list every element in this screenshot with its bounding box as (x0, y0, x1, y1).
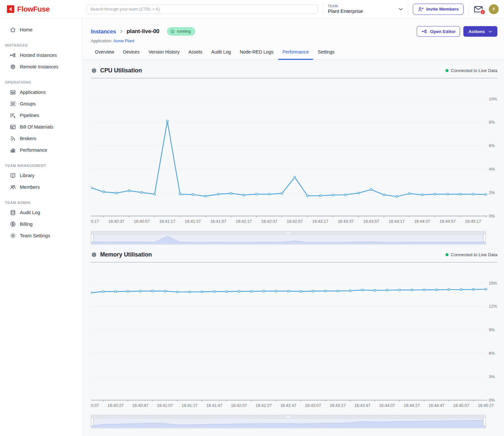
svg-text:16:42:57: 16:42:57 (287, 219, 303, 224)
tab-node-red-logs[interactable]: Node-RED Logs (236, 49, 278, 60)
cpu-chip-icon (91, 67, 97, 74)
application-link[interactable]: Acme Plant (113, 39, 134, 43)
chevron-down-icon (488, 29, 492, 34)
cpu-chart-zoom-slider[interactable] (91, 231, 486, 246)
live-dot-icon (446, 253, 448, 256)
svg-text:16:45:07: 16:45:07 (453, 403, 469, 408)
search-input[interactable] (87, 5, 318, 14)
actions-button[interactable]: Actions (463, 26, 497, 37)
tab-performance[interactable]: Performance (278, 49, 313, 60)
brand-name: FlowFuse (17, 5, 50, 14)
svg-text:16:41:47: 16:41:47 (206, 403, 222, 408)
svg-text:2%: 2% (489, 190, 495, 195)
sidebar-item-label: Billing (20, 221, 33, 227)
svg-text:16:43:47: 16:43:47 (354, 403, 370, 408)
svg-text:16:42:47: 16:42:47 (280, 403, 296, 408)
team-name: Plant Enterprise (328, 8, 363, 14)
invite-members-button[interactable]: Invite Members (413, 4, 464, 15)
svg-text:16:41:57: 16:41:57 (210, 219, 226, 224)
performance-icon (9, 147, 16, 153)
sidebar-item-label: Pipelines (20, 113, 39, 118)
sidebar-item-brokers[interactable]: Brokers (0, 133, 82, 144)
svg-text:6%: 6% (489, 351, 495, 356)
sidebar-item-bill-of-materials[interactable]: Bill Of Materials (0, 121, 82, 133)
chevron-down-icon (398, 7, 403, 12)
sidebar-item-library[interactable]: Library (0, 170, 82, 181)
play-circle-icon (170, 29, 175, 34)
sidebar-heading-team-admin: TEAM ADMIN (5, 201, 82, 205)
sidebar-item-label: Members (20, 184, 40, 190)
live-dot-icon (446, 69, 448, 72)
sidebar-item-applications[interactable]: Applications (0, 86, 82, 98)
sidebar-item-home[interactable]: Home (0, 24, 82, 35)
memory-zoom-slider-track[interactable] (91, 415, 486, 428)
sidebar-item-hosted-instances[interactable]: Hosted Instances (0, 49, 82, 61)
svg-text:16:44:17: 16:44:17 (389, 219, 405, 224)
sidebar-item-audit-log[interactable]: Audit Log (0, 207, 82, 218)
sidebar-item-label: Applications (20, 90, 46, 95)
svg-text:16:40:47: 16:40:47 (132, 403, 148, 408)
brand-logo[interactable]: FlowFuse (0, 0, 82, 19)
top-bar: TEAM: Plant Enterprise Invite Members (82, 0, 504, 19)
memory-section-title: Memory Utilisation (100, 251, 152, 258)
pipelines-icon (9, 112, 16, 119)
team-selector[interactable]: TEAM: Plant Enterprise (328, 4, 403, 14)
sidebar-item-team-settings[interactable]: Team Settings (0, 230, 82, 241)
sidebar-item-groups[interactable]: Groups (0, 98, 82, 109)
sidebar-item-label: Performance (20, 147, 47, 153)
svg-text:0%: 0% (489, 398, 495, 403)
svg-text:12%: 12% (489, 304, 497, 309)
tab-version-history[interactable]: Version History (144, 49, 183, 60)
breadcrumb-instances-link[interactable]: Instances (91, 28, 116, 35)
sidebar-heading-team-management: TEAM MANAGEMENT (5, 164, 82, 168)
svg-text:16:41:37: 16:41:37 (185, 219, 201, 224)
applications-icon (9, 89, 16, 96)
svg-text:4%: 4% (489, 167, 495, 172)
memory-live-status: Connected to Live Data (446, 252, 497, 257)
svg-text:16:42:17: 16:42:17 (236, 219, 252, 224)
svg-text:0%: 0% (489, 214, 495, 218)
svg-text:0:17: 0:17 (91, 219, 99, 224)
svg-text:10%: 10% (489, 97, 497, 101)
svg-text:16:40:57: 16:40:57 (134, 219, 150, 224)
svg-text:16:41:27: 16:41:27 (181, 403, 198, 408)
actions-label: Actions (468, 29, 485, 34)
sidebar-item-billing[interactable]: Billing (0, 218, 82, 230)
bill-of-materials-icon (9, 124, 16, 130)
sidebar-item-label: Library (20, 173, 34, 178)
tab-assets[interactable]: Assets (184, 49, 206, 60)
sidebar-item-pipelines[interactable]: Pipelines (0, 109, 82, 121)
cpu-live-status: Connected to Live Data (446, 68, 497, 73)
svg-text:16:45:27: 16:45:27 (478, 403, 494, 408)
sidebar-item-label: Brokers (20, 136, 36, 141)
tab-settings[interactable]: Settings (314, 49, 339, 60)
flowfuse-logo-icon (6, 5, 15, 14)
team-settings-icon (9, 232, 16, 239)
billing-icon (9, 221, 16, 227)
sidebar-item-members[interactable]: Members (0, 181, 82, 193)
cpu-zoom-slider-track[interactable] (91, 231, 486, 245)
memory-live-label: Connected to Live Data (451, 252, 497, 257)
svg-text:16:43:17: 16:43:17 (312, 219, 329, 224)
divider (323, 3, 323, 15)
groups-icon (9, 100, 16, 107)
hosted-instances-icon (9, 52, 16, 59)
sidebar-item-label: Groups (20, 101, 36, 106)
sidebar-item-remote-instances[interactable]: Remote Instances (0, 61, 82, 72)
tab-overview[interactable]: Overview (91, 49, 118, 60)
notifications-button[interactable]: 2 (474, 5, 483, 13)
memory-chart-zoom-slider[interactable] (91, 415, 486, 430)
avatar[interactable]: fl (489, 4, 499, 14)
sidebar-item-performance[interactable]: Performance (0, 144, 82, 156)
tab-audit-log[interactable]: Audit Log (207, 49, 235, 60)
svg-text:8%: 8% (489, 120, 495, 125)
open-editor-button[interactable]: Open Editor (417, 26, 460, 37)
memory-section-header: Memory Utilisation Connected to Live Dat… (91, 251, 497, 258)
status-badge: running (167, 27, 195, 35)
tab-devices[interactable]: Devices (119, 49, 143, 60)
remote-instances-icon (9, 63, 16, 70)
svg-text:16:43:27: 16:43:27 (330, 403, 346, 408)
sidebar-heading-instances: INSTANCES (5, 43, 82, 47)
application-label: Application: (91, 39, 112, 43)
invite-members-label: Invite Members (426, 7, 459, 12)
